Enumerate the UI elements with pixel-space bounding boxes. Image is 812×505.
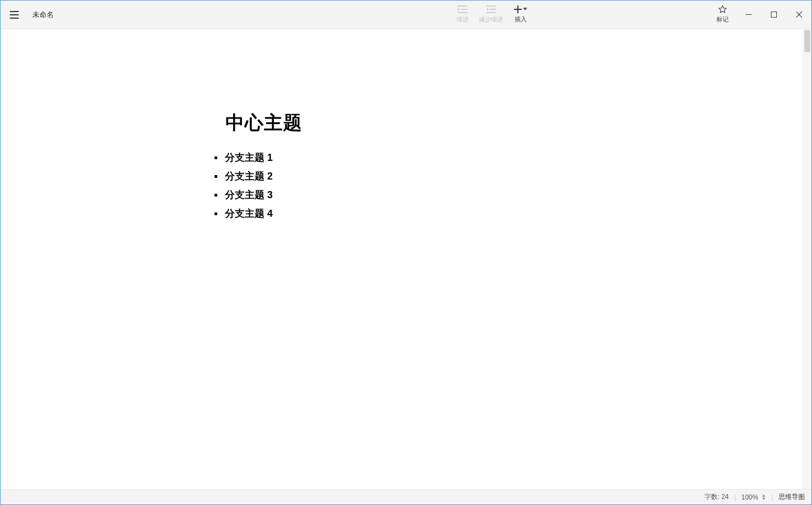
- titlebar-left: 未命名: [1, 1, 54, 29]
- plus-icon: [514, 5, 522, 13]
- mark-label: 标记: [717, 15, 729, 24]
- minimize-button[interactable]: [736, 1, 761, 29]
- outdent-icon: [486, 5, 496, 13]
- separator: |: [771, 493, 773, 501]
- content-area[interactable]: 中心主题 分支主题 1 分支主题 2 分支主题 3 分支主题 4: [1, 29, 811, 489]
- indent-label: 缩进: [456, 15, 469, 24]
- svg-rect-7: [486, 5, 496, 7]
- svg-rect-3: [458, 5, 467, 7]
- branch-item[interactable]: 分支主题 3: [215, 188, 302, 201]
- indent-icon: [458, 5, 467, 13]
- central-topic[interactable]: 中心主题: [225, 110, 302, 136]
- document-title[interactable]: 未命名: [32, 10, 54, 20]
- separator: |: [734, 493, 736, 501]
- svg-rect-9: [486, 12, 496, 13]
- branch-label: 分支主题 4: [225, 207, 273, 220]
- branch-item[interactable]: 分支主题 4: [215, 207, 302, 220]
- chevron-down-icon: [523, 8, 527, 11]
- outdent-label: 减少缩进: [479, 15, 503, 24]
- maximize-button[interactable]: [761, 1, 786, 29]
- branch-list: 分支主题 1 分支主题 2 分支主题 3 分支主题 4: [215, 151, 302, 220]
- insert-label: 插入: [515, 15, 527, 24]
- chevron-down-icon: ▼: [762, 497, 766, 501]
- svg-rect-8: [489, 9, 496, 10]
- insert-button[interactable]: 插入: [507, 4, 534, 24]
- svg-marker-10: [486, 8, 488, 11]
- minimize-icon: [746, 12, 752, 18]
- zoom-stepper[interactable]: ▲ ▼: [762, 494, 766, 501]
- scroll-thumb[interactable]: [804, 30, 810, 52]
- app-window: 未命名 缩进: [0, 0, 812, 505]
- zoom-control[interactable]: 100% ▲ ▼: [741, 493, 766, 501]
- branch-item[interactable]: 分支主题 2: [215, 170, 302, 183]
- svg-rect-12: [514, 9, 522, 10]
- hamburger-icon: [10, 11, 19, 19]
- svg-rect-14: [746, 14, 752, 15]
- vertical-scrollbar[interactable]: [803, 29, 811, 489]
- branch-label: 分支主题 1: [225, 151, 273, 164]
- mark-button[interactable]: 标记: [710, 4, 735, 24]
- branch-label: 分支主题 2: [225, 170, 273, 183]
- svg-rect-0: [10, 11, 19, 12]
- menu-button[interactable]: [1, 1, 28, 29]
- svg-marker-6: [458, 8, 460, 11]
- mindmap-view-button[interactable]: 思维导图: [779, 492, 805, 502]
- bullet-icon: [215, 175, 217, 178]
- statusbar: 字数: 24 | 100% ▲ ▼ | 思维导图: [1, 489, 811, 504]
- close-icon: [796, 12, 802, 18]
- word-count-label: 字数:: [704, 493, 719, 501]
- bullet-icon: [215, 156, 217, 159]
- toolbar-right: 标记: [710, 1, 735, 29]
- word-count-value: 24: [721, 493, 729, 501]
- toolbar: 缩进 减少缩进: [450, 1, 534, 29]
- outline: 中心主题 分支主题 1 分支主题 2 分支主题 3 分支主题 4: [215, 110, 302, 226]
- bullet-icon: [215, 212, 217, 215]
- star-icon: [718, 5, 727, 14]
- word-count: 字数: 24: [704, 492, 729, 502]
- window-controls: [736, 1, 811, 29]
- svg-rect-1: [10, 14, 19, 15]
- svg-rect-15: [771, 12, 776, 18]
- svg-marker-13: [523, 8, 527, 10]
- zoom-value: 100%: [741, 493, 758, 501]
- bullet-icon: [215, 194, 217, 197]
- branch-item[interactable]: 分支主题 1: [215, 151, 302, 164]
- close-button[interactable]: [786, 1, 811, 29]
- titlebar: 未命名 缩进: [1, 1, 811, 29]
- branch-label: 分支主题 3: [225, 188, 273, 201]
- svg-rect-4: [461, 9, 467, 10]
- maximize-icon: [771, 12, 777, 18]
- indent-button: 缩进: [450, 4, 475, 24]
- svg-rect-2: [10, 18, 19, 19]
- outdent-button: 减少缩进: [479, 4, 503, 24]
- svg-rect-5: [458, 12, 467, 13]
